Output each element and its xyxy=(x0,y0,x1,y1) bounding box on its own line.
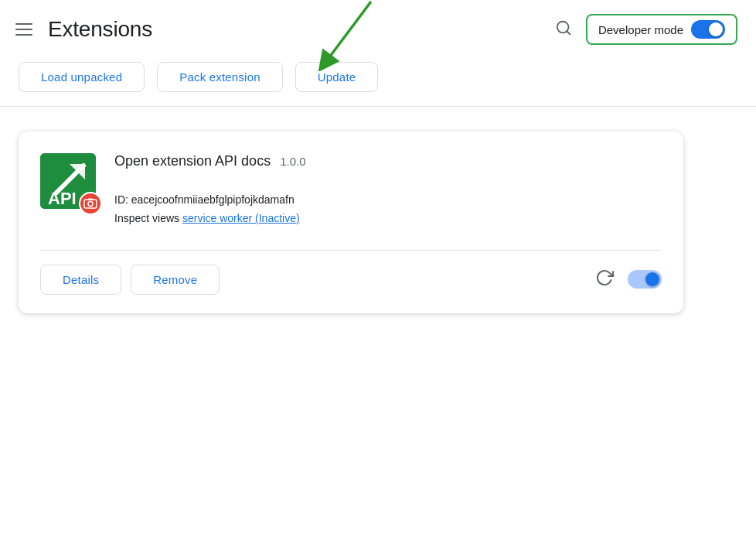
page-title: Extensions xyxy=(48,17,152,42)
details-button[interactable]: Details xyxy=(40,265,121,295)
svg-text:API: API xyxy=(48,189,77,208)
svg-rect-9 xyxy=(88,199,93,201)
extension-card-top: API Open extension API docs 1.0.0 xyxy=(40,153,662,228)
badge-icon xyxy=(79,192,102,215)
id-label: ID: xyxy=(114,193,128,206)
inspect-views-row: Inspect views service worker (Inactive) xyxy=(114,210,662,228)
developer-mode-container: Developer mode xyxy=(586,14,737,45)
extension-id: eacejcoofnmiiaebfglpipfojkdamafn xyxy=(131,193,295,206)
main-content: API Open extension API docs 1.0.0 xyxy=(0,107,756,338)
extension-name: Open extension API docs xyxy=(114,153,271,169)
svg-rect-7 xyxy=(84,200,97,208)
extension-card-bottom: Details Remove xyxy=(40,250,662,295)
extension-version: 1.0.0 xyxy=(280,155,305,168)
update-button[interactable]: Update xyxy=(295,62,379,92)
hamburger-line-2 xyxy=(15,29,32,30)
hamburger-line-3 xyxy=(15,34,32,36)
header: Extensions Developer mode xyxy=(0,0,756,56)
load-unpacked-button[interactable]: Load unpacked xyxy=(19,62,145,92)
search-icon[interactable] xyxy=(550,15,577,45)
hamburger-menu[interactable] xyxy=(12,20,36,39)
developer-mode-label: Developer mode xyxy=(598,23,683,36)
inspect-label: Inspect views xyxy=(114,212,179,224)
toggle-thumb xyxy=(709,22,723,36)
service-worker-link[interactable]: service worker (Inactive) xyxy=(182,212,300,224)
extension-name-row: Open extension API docs 1.0.0 xyxy=(114,153,662,169)
header-right: Developer mode xyxy=(550,14,737,45)
reload-icon[interactable] xyxy=(595,268,614,290)
toolbar-wrapper: Load unpacked Pack extension Update xyxy=(0,56,756,107)
extension-card-buttons: Details Remove xyxy=(40,265,220,295)
extension-id-row: ID: eacejcoofnmiiaebfglpipfojkdamafn xyxy=(114,191,662,210)
pack-extension-button[interactable]: Pack extension xyxy=(157,62,283,92)
header-left: Extensions xyxy=(12,17,152,42)
extension-card-right xyxy=(595,268,662,290)
toggle-sm-thumb xyxy=(645,272,659,286)
extension-icon-wrap: API xyxy=(40,153,96,209)
svg-line-1 xyxy=(567,31,570,34)
hamburger-line-1 xyxy=(15,23,32,25)
camera-icon xyxy=(83,198,97,209)
toolbar: Load unpacked Pack extension Update xyxy=(0,56,756,107)
developer-mode-toggle[interactable] xyxy=(691,20,725,39)
extension-card: API Open extension API docs 1.0.0 xyxy=(19,132,683,313)
extension-details: ID: eacejcoofnmiiaebfglpipfojkdamafn Ins… xyxy=(114,191,662,228)
svg-point-8 xyxy=(88,202,93,207)
extension-info: Open extension API docs 1.0.0 ID: eacejc… xyxy=(114,153,662,228)
remove-button[interactable]: Remove xyxy=(131,265,220,295)
extension-enabled-toggle[interactable] xyxy=(628,270,662,289)
